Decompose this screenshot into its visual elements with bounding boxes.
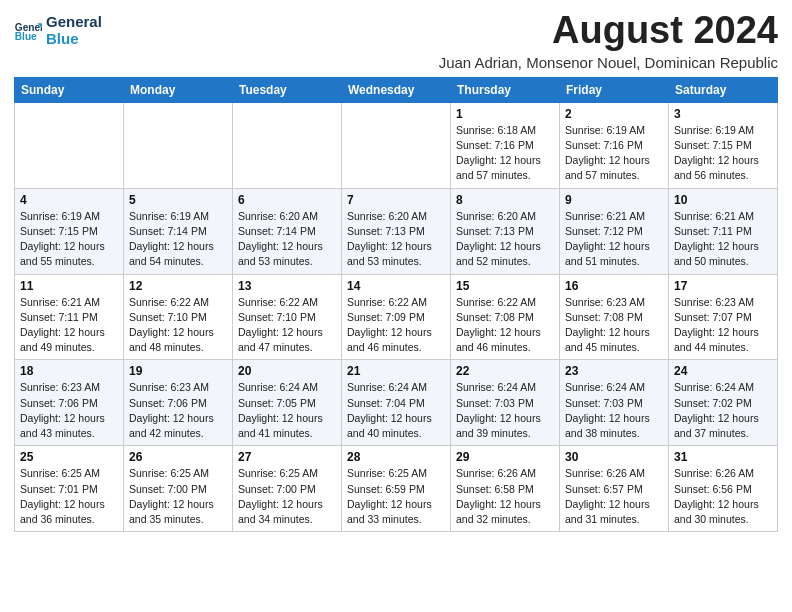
day-number: 22 <box>456 364 554 378</box>
day-number: 25 <box>20 450 118 464</box>
day-number: 10 <box>674 193 772 207</box>
calendar-cell: 28Sunrise: 6:25 AMSunset: 6:59 PMDayligh… <box>342 446 451 532</box>
day-number: 3 <box>674 107 772 121</box>
day-number: 2 <box>565 107 663 121</box>
calendar-week-1: 1Sunrise: 6:18 AMSunset: 7:16 PMDaylight… <box>15 102 778 188</box>
title-block: August 2024 Juan Adrian, Monsenor Nouel,… <box>102 10 778 71</box>
day-number: 13 <box>238 279 336 293</box>
calendar-cell <box>342 102 451 188</box>
day-info: Sunrise: 6:20 AMSunset: 7:14 PMDaylight:… <box>238 209 336 270</box>
calendar-cell <box>15 102 124 188</box>
day-number: 5 <box>129 193 227 207</box>
logo-text-general: General <box>46 14 102 31</box>
sub-title: Juan Adrian, Monsenor Nouel, Dominican R… <box>112 54 778 71</box>
day-number: 28 <box>347 450 445 464</box>
calendar-cell: 24Sunrise: 6:24 AMSunset: 7:02 PMDayligh… <box>669 360 778 446</box>
calendar-cell: 19Sunrise: 6:23 AMSunset: 7:06 PMDayligh… <box>124 360 233 446</box>
header: General Blue General Blue August 2024 Ju… <box>14 10 778 71</box>
calendar-cell: 27Sunrise: 6:25 AMSunset: 7:00 PMDayligh… <box>233 446 342 532</box>
day-info: Sunrise: 6:26 AMSunset: 6:56 PMDaylight:… <box>674 466 772 527</box>
calendar-cell: 16Sunrise: 6:23 AMSunset: 7:08 PMDayligh… <box>560 274 669 360</box>
calendar-cell: 11Sunrise: 6:21 AMSunset: 7:11 PMDayligh… <box>15 274 124 360</box>
day-info: Sunrise: 6:26 AMSunset: 6:58 PMDaylight:… <box>456 466 554 527</box>
day-number: 30 <box>565 450 663 464</box>
calendar-cell: 10Sunrise: 6:21 AMSunset: 7:11 PMDayligh… <box>669 188 778 274</box>
day-number: 29 <box>456 450 554 464</box>
day-number: 26 <box>129 450 227 464</box>
weekday-header-monday: Monday <box>124 77 233 102</box>
calendar-header-row: SundayMondayTuesdayWednesdayThursdayFrid… <box>15 77 778 102</box>
calendar-week-5: 25Sunrise: 6:25 AMSunset: 7:01 PMDayligh… <box>15 446 778 532</box>
day-number: 6 <box>238 193 336 207</box>
day-info: Sunrise: 6:19 AMSunset: 7:15 PMDaylight:… <box>674 123 772 184</box>
day-number: 20 <box>238 364 336 378</box>
calendar-cell: 13Sunrise: 6:22 AMSunset: 7:10 PMDayligh… <box>233 274 342 360</box>
day-info: Sunrise: 6:25 AMSunset: 6:59 PMDaylight:… <box>347 466 445 527</box>
calendar-cell: 20Sunrise: 6:24 AMSunset: 7:05 PMDayligh… <box>233 360 342 446</box>
calendar-body: 1Sunrise: 6:18 AMSunset: 7:16 PMDaylight… <box>15 102 778 531</box>
day-info: Sunrise: 6:23 AMSunset: 7:08 PMDaylight:… <box>565 295 663 356</box>
calendar-cell: 31Sunrise: 6:26 AMSunset: 6:56 PMDayligh… <box>669 446 778 532</box>
day-info: Sunrise: 6:23 AMSunset: 7:06 PMDaylight:… <box>129 380 227 441</box>
calendar-cell: 4Sunrise: 6:19 AMSunset: 7:15 PMDaylight… <box>15 188 124 274</box>
calendar-cell <box>124 102 233 188</box>
day-info: Sunrise: 6:20 AMSunset: 7:13 PMDaylight:… <box>347 209 445 270</box>
weekday-header-thursday: Thursday <box>451 77 560 102</box>
day-info: Sunrise: 6:26 AMSunset: 6:57 PMDaylight:… <box>565 466 663 527</box>
day-number: 17 <box>674 279 772 293</box>
day-info: Sunrise: 6:24 AMSunset: 7:04 PMDaylight:… <box>347 380 445 441</box>
day-info: Sunrise: 6:21 AMSunset: 7:11 PMDaylight:… <box>674 209 772 270</box>
day-info: Sunrise: 6:22 AMSunset: 7:10 PMDaylight:… <box>238 295 336 356</box>
day-number: 21 <box>347 364 445 378</box>
calendar-cell: 1Sunrise: 6:18 AMSunset: 7:16 PMDaylight… <box>451 102 560 188</box>
day-info: Sunrise: 6:23 AMSunset: 7:06 PMDaylight:… <box>20 380 118 441</box>
day-info: Sunrise: 6:24 AMSunset: 7:02 PMDaylight:… <box>674 380 772 441</box>
calendar-cell: 30Sunrise: 6:26 AMSunset: 6:57 PMDayligh… <box>560 446 669 532</box>
day-number: 4 <box>20 193 118 207</box>
day-info: Sunrise: 6:25 AMSunset: 7:01 PMDaylight:… <box>20 466 118 527</box>
calendar-week-4: 18Sunrise: 6:23 AMSunset: 7:06 PMDayligh… <box>15 360 778 446</box>
calendar-cell: 17Sunrise: 6:23 AMSunset: 7:07 PMDayligh… <box>669 274 778 360</box>
calendar-cell: 5Sunrise: 6:19 AMSunset: 7:14 PMDaylight… <box>124 188 233 274</box>
logo-icon: General Blue <box>14 17 42 45</box>
day-info: Sunrise: 6:18 AMSunset: 7:16 PMDaylight:… <box>456 123 554 184</box>
day-info: Sunrise: 6:25 AMSunset: 7:00 PMDaylight:… <box>238 466 336 527</box>
day-number: 27 <box>238 450 336 464</box>
calendar-cell: 6Sunrise: 6:20 AMSunset: 7:14 PMDaylight… <box>233 188 342 274</box>
calendar-cell: 23Sunrise: 6:24 AMSunset: 7:03 PMDayligh… <box>560 360 669 446</box>
calendar-week-3: 11Sunrise: 6:21 AMSunset: 7:11 PMDayligh… <box>15 274 778 360</box>
calendar-cell: 26Sunrise: 6:25 AMSunset: 7:00 PMDayligh… <box>124 446 233 532</box>
weekday-header-tuesday: Tuesday <box>233 77 342 102</box>
day-number: 14 <box>347 279 445 293</box>
weekday-header-saturday: Saturday <box>669 77 778 102</box>
day-number: 1 <box>456 107 554 121</box>
calendar-cell: 22Sunrise: 6:24 AMSunset: 7:03 PMDayligh… <box>451 360 560 446</box>
day-info: Sunrise: 6:21 AMSunset: 7:11 PMDaylight:… <box>20 295 118 356</box>
calendar-cell: 8Sunrise: 6:20 AMSunset: 7:13 PMDaylight… <box>451 188 560 274</box>
day-info: Sunrise: 6:23 AMSunset: 7:07 PMDaylight:… <box>674 295 772 356</box>
day-info: Sunrise: 6:21 AMSunset: 7:12 PMDaylight:… <box>565 209 663 270</box>
day-number: 12 <box>129 279 227 293</box>
calendar-cell: 2Sunrise: 6:19 AMSunset: 7:16 PMDaylight… <box>560 102 669 188</box>
calendar-week-2: 4Sunrise: 6:19 AMSunset: 7:15 PMDaylight… <box>15 188 778 274</box>
day-number: 9 <box>565 193 663 207</box>
day-info: Sunrise: 6:19 AMSunset: 7:15 PMDaylight:… <box>20 209 118 270</box>
day-info: Sunrise: 6:24 AMSunset: 7:03 PMDaylight:… <box>565 380 663 441</box>
calendar-cell: 3Sunrise: 6:19 AMSunset: 7:15 PMDaylight… <box>669 102 778 188</box>
logo: General Blue General Blue <box>14 14 102 47</box>
day-number: 23 <box>565 364 663 378</box>
day-number: 15 <box>456 279 554 293</box>
logo-text-blue: Blue <box>46 31 102 48</box>
day-number: 24 <box>674 364 772 378</box>
calendar-cell: 14Sunrise: 6:22 AMSunset: 7:09 PMDayligh… <box>342 274 451 360</box>
calendar-cell: 9Sunrise: 6:21 AMSunset: 7:12 PMDaylight… <box>560 188 669 274</box>
day-info: Sunrise: 6:25 AMSunset: 7:00 PMDaylight:… <box>129 466 227 527</box>
calendar: SundayMondayTuesdayWednesdayThursdayFrid… <box>14 77 778 532</box>
day-number: 19 <box>129 364 227 378</box>
calendar-cell: 18Sunrise: 6:23 AMSunset: 7:06 PMDayligh… <box>15 360 124 446</box>
weekday-header-sunday: Sunday <box>15 77 124 102</box>
day-info: Sunrise: 6:22 AMSunset: 7:10 PMDaylight:… <box>129 295 227 356</box>
calendar-cell: 25Sunrise: 6:25 AMSunset: 7:01 PMDayligh… <box>15 446 124 532</box>
calendar-cell <box>233 102 342 188</box>
calendar-cell: 21Sunrise: 6:24 AMSunset: 7:04 PMDayligh… <box>342 360 451 446</box>
